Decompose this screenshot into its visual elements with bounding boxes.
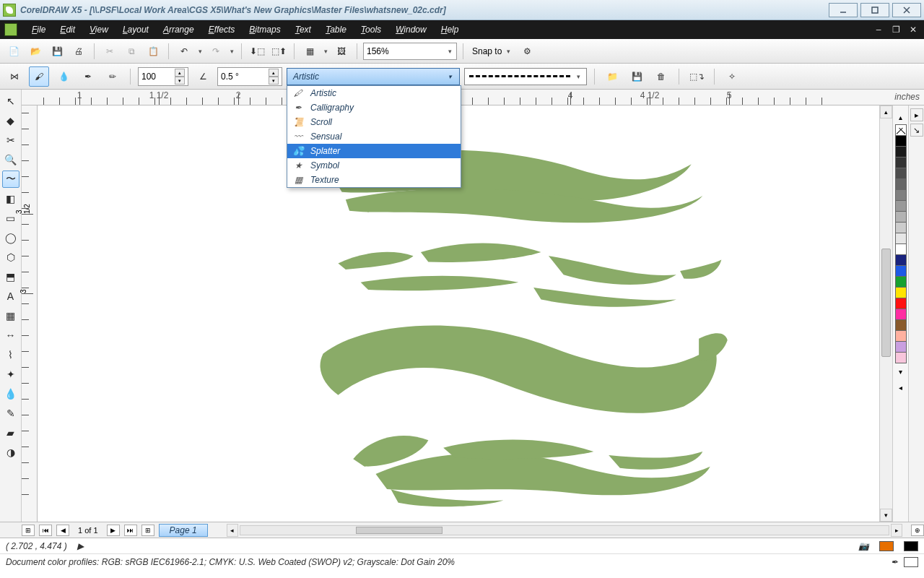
scroll-right-button[interactable]: ▸ [891, 524, 902, 537]
brush-mode-button[interactable]: 🖌 [29, 66, 49, 87]
add-page-after-button[interactable]: ⊞ [141, 525, 154, 536]
swatch-60k[interactable] [895, 178, 907, 190]
tool-ellipse[interactable]: ◯ [2, 229, 19, 246]
tool-pick[interactable]: ↖ [2, 92, 19, 110]
browse-button[interactable]: 📁 [602, 66, 622, 87]
welcome-button[interactable]: 🖼 [332, 42, 351, 61]
menu-text[interactable]: Text [288, 22, 318, 37]
tool-text[interactable]: A [2, 288, 19, 305]
angle-input[interactable] [221, 72, 250, 82]
palette-scroll-up[interactable]: ▴ [893, 110, 908, 124]
palette-flyout[interactable]: ◂ [893, 380, 908, 394]
spin-down[interactable]: ▾ [269, 77, 279, 85]
chevron-down-icon[interactable]: ▾ [446, 48, 453, 55]
tool-table[interactable]: ▦ [2, 307, 19, 324]
tool-dimension[interactable]: ↔ [2, 327, 19, 344]
spin-up[interactable]: ▴ [269, 69, 279, 77]
outline-swatch[interactable] [904, 541, 918, 551]
sprayer-mode-button[interactable]: 💧 [53, 66, 74, 87]
wrap-button[interactable]: ⬚↴ [687, 66, 707, 87]
doc-minimize-button[interactable]: – [872, 25, 885, 35]
swatch-yellow[interactable] [895, 287, 907, 298]
tool-interactive-fill[interactable]: ◑ [2, 444, 19, 461]
scroll-down-button[interactable]: ▾ [880, 509, 892, 522]
swatch-black[interactable] [895, 135, 907, 147]
swatch-red[interactable] [895, 298, 907, 309]
tool-zoom[interactable]: 🔍 [2, 151, 19, 168]
swatch-blue-dark[interactable] [895, 254, 907, 266]
spin-up[interactable]: ▴ [175, 69, 185, 77]
redo-dropdown[interactable]: ▾ [228, 48, 235, 55]
tool-connector[interactable]: ⌇ [2, 346, 19, 363]
new-button[interactable]: 📄 [4, 42, 23, 61]
swatch-none[interactable] [895, 124, 907, 136]
last-page-button[interactable]: ⏭ [124, 525, 137, 536]
brush-option-calligraphy[interactable]: ✒Calligraphy [287, 100, 461, 115]
snapshot-icon[interactable]: 📷 [858, 541, 869, 551]
scroll-up-button[interactable]: ▴ [880, 105, 892, 118]
nib-size-field[interactable]: ▴▾ [138, 67, 188, 86]
snap-to-menu[interactable]: Snap to ▾ [469, 46, 515, 56]
spin-down[interactable]: ▾ [175, 77, 185, 85]
menu-table[interactable]: Table [318, 22, 354, 37]
zoom-combo[interactable]: ▾ [363, 43, 457, 60]
scroll-thumb[interactable] [881, 249, 891, 357]
navigator-button[interactable]: ⊕ [911, 525, 924, 536]
bounding-box-button[interactable]: ✧ [722, 66, 742, 87]
page-tab[interactable]: Page 1 [159, 524, 208, 537]
menu-view[interactable]: View [82, 22, 116, 37]
maximize-button[interactable] [860, 3, 889, 17]
doc-restore-button[interactable]: ❐ [889, 25, 902, 35]
options-button[interactable]: ⚙ [518, 42, 536, 61]
scroll-left-button[interactable]: ◂ [227, 524, 238, 537]
app-mini-icon[interactable] [4, 23, 17, 36]
tool-basic-shapes[interactable]: ⬒ [2, 268, 19, 285]
swatch-80k[interactable] [895, 157, 907, 168]
tool-crop[interactable]: ✂ [2, 131, 19, 149]
stroke-style-combo[interactable]: ▾ [464, 68, 587, 85]
prev-page-button[interactable]: ◀ [56, 525, 69, 536]
swatch-30k[interactable] [895, 211, 907, 223]
import-button[interactable]: ⬇⬚ [248, 42, 266, 61]
menu-edit[interactable]: Edit [53, 22, 82, 37]
tool-outline[interactable]: ✎ [2, 405, 19, 422]
scroll-thumb[interactable] [356, 527, 443, 534]
minimize-button[interactable] [829, 3, 858, 17]
brush-option-scroll[interactable]: 📜Scroll [287, 115, 461, 129]
swatch-magenta[interactable] [895, 309, 907, 320]
vertical-scrollbar[interactable]: ▴ ▾ [879, 105, 892, 522]
menu-file[interactable]: File [25, 22, 53, 37]
swatch-blue[interactable] [895, 265, 907, 277]
docker-arrow-button[interactable]: ↘ [910, 124, 923, 137]
swatch-green[interactable] [895, 276, 907, 288]
preset-button[interactable]: ⋈ [4, 66, 25, 87]
print-button[interactable]: 🖨 [69, 42, 88, 61]
angle-field[interactable]: ▴▾ [217, 67, 282, 86]
menu-help[interactable]: Help [434, 22, 466, 37]
swatch-10k[interactable] [895, 233, 907, 244]
menu-window[interactable]: Window [388, 22, 434, 37]
tool-interactive[interactable]: ✦ [2, 366, 19, 383]
zoom-input[interactable] [367, 46, 410, 56]
paste-button[interactable]: 📋 [144, 42, 162, 61]
cut-button[interactable]: ✂ [100, 42, 119, 61]
brush-category-combo[interactable]: Artistic ▾ 🖊Artistic✒Calligraphy📜Scroll〰… [287, 68, 460, 85]
brush-option-sensual[interactable]: 〰Sensual [287, 129, 461, 144]
app-launcher-dropdown[interactable]: ▾ [322, 48, 329, 55]
swatch-lavender[interactable] [895, 341, 907, 353]
brush-option-splatter[interactable]: 💦Splatter [287, 144, 461, 158]
swatch-50k[interactable] [895, 189, 907, 201]
calligraphic-mode-button[interactable]: ✒ [78, 66, 98, 87]
copy-button[interactable]: ⧉ [122, 42, 141, 61]
swatch-salmon[interactable] [895, 330, 907, 342]
swatch-brown[interactable] [895, 319, 907, 331]
pressure-mode-button[interactable]: ✏ [103, 66, 123, 87]
menu-bitmaps[interactable]: Bitmaps [242, 22, 287, 37]
tool-shape[interactable]: ◆ [2, 112, 19, 129]
first-page-button[interactable]: ⏮ [39, 525, 52, 536]
palette-scroll-down[interactable]: ▾ [893, 364, 908, 379]
undo-dropdown[interactable]: ▾ [196, 48, 204, 55]
doc-close-button[interactable]: ✕ [907, 25, 920, 35]
tool-freehand[interactable]: 〜 [2, 171, 19, 188]
close-button[interactable] [892, 3, 921, 17]
